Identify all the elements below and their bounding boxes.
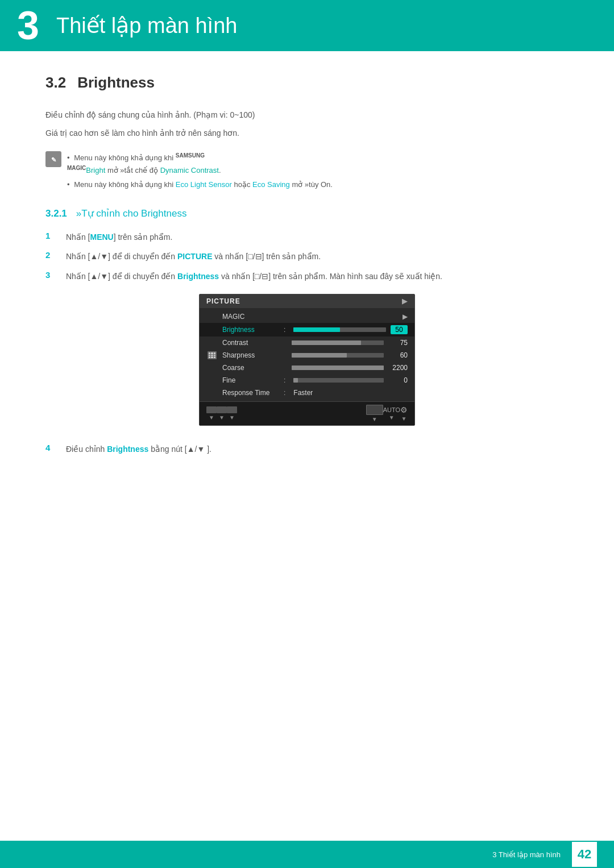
note-icon: ✎ xyxy=(45,151,61,167)
bottom-btn-back: ▼ xyxy=(206,406,217,421)
contrast-value: 75 xyxy=(388,339,408,347)
bullet-2: • xyxy=(67,180,70,189)
brightness-label: Brightness xyxy=(222,326,279,334)
menu-item-coarse: Coarse 2200 xyxy=(200,362,414,374)
display-icon xyxy=(366,405,383,415)
svg-text:✎: ✎ xyxy=(51,156,56,163)
menu-screenshot: PICTURE ▶ MAGIC ▶ Brightness : 50 xyxy=(199,294,415,426)
back-label: ▼ xyxy=(209,414,214,421)
brightness-key-step4: Brightness xyxy=(107,445,148,454)
response-separator: : xyxy=(284,389,285,397)
step-1: 1 Nhấn [MENU] trên sản phẩm. xyxy=(45,231,569,243)
sharpness-bar-fill xyxy=(292,353,347,358)
fine-value: 0 xyxy=(388,376,408,384)
main-content: 3.2 Brightness Điều chỉnh độ sáng chung … xyxy=(0,74,614,456)
footer-page-number: 42 xyxy=(572,842,597,867)
menu-arrow-right: ▶ xyxy=(402,297,408,305)
step-num-3: 3 xyxy=(45,270,57,280)
contrast-bar-fill xyxy=(292,340,361,345)
dynamic-contrast-label: Dynamic Contrast xyxy=(160,166,219,175)
note-line-1: • Menu này không khả dụng khi SAMSUNGMAG… xyxy=(67,151,333,176)
chapter-header: 3 Thiết lập màn hình xyxy=(0,0,614,51)
bottom-btn-display: ▼ xyxy=(366,405,383,422)
menu-item-fine: Fine : 0 xyxy=(200,374,414,387)
page-footer: 3 Thiết lập màn hình 42 xyxy=(0,841,614,868)
auto-sub: ▼ xyxy=(389,414,395,421)
enter-icon xyxy=(217,406,227,413)
chapter-title: Thiết lập màn hình xyxy=(56,13,237,38)
step-list: 1 Nhấn [MENU] trên sản phẩm. 2 Nhấn [▲/▼… xyxy=(45,231,569,283)
step-3: 3 Nhấn [▲/▼] để di chuyển đến Brightness… xyxy=(45,270,569,283)
step-num-4: 4 xyxy=(45,443,57,452)
section-heading: 3.2 Brightness xyxy=(45,74,569,92)
menu-item-brightness: Brightness : 50 xyxy=(200,323,414,337)
coarse-label: Coarse xyxy=(222,364,279,372)
eco-light-label: Eco Light Sensor xyxy=(176,180,232,189)
step-2: 2 Nhấn [▲/▼] để di chuyển đến PICTURE và… xyxy=(45,250,569,263)
menu-item-response: Response Time : Faster xyxy=(200,387,414,399)
bullet-1: • xyxy=(67,153,70,162)
bottom-btn-settings: ⚙ ▼ xyxy=(400,405,408,422)
exit-label: ▼ xyxy=(229,414,235,421)
brightness-bar-fill xyxy=(293,327,339,332)
chapter-number: 3 xyxy=(17,6,39,45)
exit-icon xyxy=(227,406,237,413)
bottom-btn-auto: AUTO ▼ xyxy=(383,406,400,421)
sharpness-icon xyxy=(208,351,217,359)
fine-bar xyxy=(293,378,384,383)
note-lines: • Menu này không khả dụng khi SAMSUNGMAG… xyxy=(67,151,333,190)
step-text-2: Nhấn [▲/▼] để di chuyển đến PICTURE và n… xyxy=(66,250,321,263)
bottom-btn-enter: ▼ xyxy=(217,406,227,421)
section-number: 3.2 xyxy=(45,74,66,92)
enter-label: ▼ xyxy=(219,414,225,421)
eco-saving-label: Eco Saving xyxy=(252,180,290,189)
coarse-value: 2200 xyxy=(388,364,408,372)
brightness-value: 50 xyxy=(391,325,408,334)
menu-item-sharpness: Sharpness 60 xyxy=(200,349,414,362)
magic-arrow: ▶ xyxy=(403,313,408,321)
fine-separator: : xyxy=(284,376,285,384)
magic-label: MAGIC xyxy=(222,313,279,321)
response-value: Faster xyxy=(293,389,408,397)
settings-icon: ⚙ xyxy=(400,405,408,414)
step-num-1: 1 xyxy=(45,231,57,240)
menu-items: MAGIC ▶ Brightness : 50 Contrast xyxy=(200,308,414,401)
picture-key: PICTURE xyxy=(177,252,212,261)
contrast-label: Contrast xyxy=(222,339,279,347)
bottom-btn-exit: ▼ xyxy=(227,406,237,421)
bright-label: Bright xyxy=(86,166,105,175)
menu-item-contrast: Contrast 75 xyxy=(200,337,414,349)
menu-title-text: PICTURE xyxy=(206,297,240,305)
brightness-bar xyxy=(293,327,386,332)
sharpness-label: Sharpness xyxy=(222,351,279,359)
settings-sub: ▼ xyxy=(401,416,407,422)
display-label: ▼ xyxy=(372,416,377,422)
brightness-key-step3: Brightness xyxy=(177,272,219,281)
menu-key: MENU xyxy=(90,232,113,242)
brightness-separator: : xyxy=(284,326,285,334)
menu-bottom-bar: ▼ ▼ ▼ ▼ AUTO ▼ ⚙ ▼ xyxy=(200,401,414,425)
fine-bar-fill xyxy=(293,378,298,383)
contrast-bar xyxy=(292,340,384,345)
note-line-2: • Menu này không khả dụng khi Eco Light … xyxy=(67,179,333,190)
step-4: 4 Điều chỉnh Brightness bằng nút [▲/▼ ]. xyxy=(45,443,569,455)
description-2: Giá trị cao hơn sẽ làm cho hình ảnh trở … xyxy=(45,127,569,139)
description-1: Điều chỉnh độ sáng chung của hình ảnh. (… xyxy=(45,109,569,121)
menu-item-magic: MAGIC ▶ xyxy=(200,310,414,323)
step-text-1: Nhấn [MENU] trên sản phẩm. xyxy=(66,231,172,243)
sub-section-title: »Tự chỉnh cho Brightness xyxy=(76,207,187,219)
step-text-3: Nhấn [▲/▼] để di chuyển đến Brightness v… xyxy=(66,270,442,283)
sub-section-number: 3.2.1 xyxy=(45,208,67,219)
menu-title-bar: PICTURE ▶ xyxy=(200,294,414,308)
coarse-bar-fill xyxy=(292,366,384,370)
auto-label: AUTO xyxy=(383,406,400,413)
step-text-4: Điều chỉnh Brightness bằng nút [▲/▼ ]. xyxy=(66,443,211,455)
note-box: ✎ • Menu này không khả dụng khi SAMSUNGM… xyxy=(45,151,569,190)
sharpness-value: 60 xyxy=(388,351,408,359)
coarse-bar xyxy=(292,366,384,370)
section-title: Brightness xyxy=(77,74,155,92)
fine-label: Fine xyxy=(222,376,279,384)
sub-section-heading: 3.2.1 »Tự chỉnh cho Brightness xyxy=(45,207,569,219)
response-label: Response Time xyxy=(222,389,279,397)
step-num-2: 2 xyxy=(45,250,57,260)
